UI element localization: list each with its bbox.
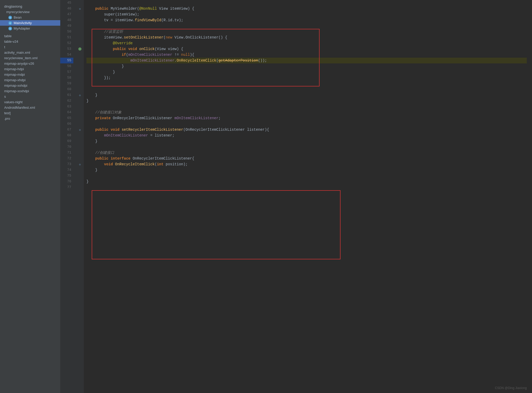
gutter-60 xyxy=(76,86,84,92)
sidebar-item-dingjiaxiong[interactable]: dingjiaxiong xyxy=(0,4,60,9)
watermark: CSDN @Ding Jiaxiong xyxy=(495,386,527,390)
code-area: 45 46 47 48 49 50 51 52 53 54 55 56 57 5… xyxy=(60,0,532,393)
gutter-75 xyxy=(76,173,84,179)
sidebar-label: test] xyxy=(4,111,11,115)
line-num-47: 47 xyxy=(60,12,73,17)
sidebar-label: mipmap-xxhdpi xyxy=(4,84,27,88)
sidebar-item-mipmap-anydpi[interactable]: mipmap-anydpi-v26 xyxy=(0,61,60,66)
sidebar-item-table-v24[interactable]: table-v24 xyxy=(0,39,60,44)
code-line-49 xyxy=(86,23,527,29)
code-line-53: public void onClick(View view) { xyxy=(86,46,527,52)
gutter-54 xyxy=(76,52,84,58)
sidebar-item-activity-main[interactable]: activity_main.xml xyxy=(0,50,60,55)
code-line-52: @Override xyxy=(86,40,527,46)
sidebar-item-manifest[interactable]: AndroidManifest.xml xyxy=(0,105,60,110)
line-num-49: 49 xyxy=(60,23,73,29)
code-line-72: public interface OnRecyclerItemClickList… xyxy=(86,156,527,161)
line-num-63: 63 xyxy=(60,104,73,110)
sidebar-item-myadapter[interactable]: c MyAdapter xyxy=(0,26,60,31)
sidebar-item-mipmap-mdpi[interactable]: mipmap-mdpi xyxy=(0,72,60,77)
sidebar-label: myrecyclerview xyxy=(6,10,30,14)
diamond-icon: ◇ xyxy=(79,163,81,166)
sidebar-label: mipmap-mdpi xyxy=(4,73,25,77)
sidebar-label: table-v24 xyxy=(4,40,18,43)
line-num-74: 74 xyxy=(60,167,73,173)
sidebar-item-mainactivity[interactable]: c MainActivity xyxy=(0,20,60,26)
gutter-53 xyxy=(76,46,84,52)
class-icon: c xyxy=(8,21,12,25)
code-line-68: mOnItemClickListener = listener; xyxy=(86,133,527,138)
sidebar-item-recyclerview-item[interactable]: recyclerview_item.xml xyxy=(0,55,60,61)
sidebar-label: Bean xyxy=(14,15,21,19)
gutter-58 xyxy=(76,75,84,81)
sidebar-item-test[interactable]: test] xyxy=(0,110,60,116)
line-num-46: 46 xyxy=(60,6,73,12)
class-icon: c xyxy=(8,27,12,30)
sidebar-item-s[interactable]: s xyxy=(0,94,60,99)
editor-main: 45 46 47 48 49 50 51 52 53 54 55 56 57 5… xyxy=(60,0,532,393)
line-num-66: 66 xyxy=(60,121,73,127)
gutter-61: ◇ xyxy=(76,92,84,98)
code-line-50: //设置监听 xyxy=(86,29,527,35)
gutter-65 xyxy=(76,115,84,121)
code-line-62: } xyxy=(86,98,527,104)
sidebar-item-pro[interactable]: .pro xyxy=(0,116,60,121)
code-line-70 xyxy=(86,144,527,150)
line-num-70: 70 xyxy=(60,144,73,150)
code-line-77 xyxy=(86,184,527,190)
sidebar-item-mipmap-xhdpi[interactable]: mipmap-xhdpi xyxy=(0,77,60,83)
line-num-56: 56 xyxy=(60,63,73,69)
sidebar-item-table[interactable]: table xyxy=(0,33,60,39)
line-num-55: 55 xyxy=(60,58,73,63)
sidebar-label: t xyxy=(4,45,5,49)
diamond-icon: ◇ xyxy=(79,94,81,97)
sidebar-item-mipmap-hdpi[interactable]: mipmap-hdpi xyxy=(0,66,60,72)
code-line-47: super(itemView); xyxy=(86,12,527,17)
code-line-64: //创建接口对象 xyxy=(86,110,527,115)
sidebar-item-bean[interactable]: c Bean xyxy=(0,15,60,20)
line-num-75: 75 xyxy=(60,173,73,179)
line-num-53: 53 xyxy=(60,46,73,52)
code-line-48: tv = itemView.findViewById(R.id.tv); xyxy=(86,17,527,23)
sidebar-label: s xyxy=(4,95,6,99)
code-line-67: public void setRecyclerItemClickListener… xyxy=(86,127,527,133)
diamond-icon: ◇ xyxy=(79,7,81,10)
gutter-48 xyxy=(76,17,84,23)
code-line-66 xyxy=(86,121,527,127)
sidebar-item-myrecyclerview[interactable]: myrecyclerview xyxy=(0,9,60,15)
line-num-71: 71 xyxy=(60,150,73,156)
gutter-72 xyxy=(76,156,84,161)
gutter-62 xyxy=(76,98,84,104)
sidebar-label: .pro xyxy=(4,117,10,121)
line-num-64: 64 xyxy=(60,110,73,115)
code-content[interactable]: public MyViewHolder(@NonNull View itemVi… xyxy=(84,0,532,393)
line-num-69: 69 xyxy=(60,138,73,144)
gutter-66 xyxy=(76,121,84,127)
sidebar-label: dingjiaxiong xyxy=(4,4,22,8)
sidebar-item-mipmap-xxxhdpi[interactable]: mipmap-xxxhdpi xyxy=(0,88,60,94)
sidebar-label: mipmap-xhdpi xyxy=(4,78,26,82)
gutter-59 xyxy=(76,81,84,86)
gutter-74 xyxy=(76,167,84,173)
code-line-57: } xyxy=(86,69,527,75)
red-box-2 xyxy=(92,190,341,259)
gutter-51 xyxy=(76,35,84,40)
line-numbers: 45 46 47 48 49 50 51 52 53 54 55 56 57 5… xyxy=(60,0,76,393)
sidebar-label: values-night xyxy=(4,100,23,104)
line-num-72: 72 xyxy=(60,156,73,161)
code-line-75 xyxy=(86,173,527,179)
code-line-74: } xyxy=(86,167,527,173)
gutter-56 xyxy=(76,63,84,69)
code-line-56: } xyxy=(86,63,527,69)
gutter-76 xyxy=(76,179,84,184)
sidebar-item-mipmap-xxhdpi[interactable]: mipmap-xxhdpi xyxy=(0,83,60,88)
code-line-60 xyxy=(86,86,527,92)
code-line-65: private OnRecyclerItemClickListener mOnI… xyxy=(86,115,527,121)
line-num-45: 45 xyxy=(60,0,73,6)
sidebar-item-t[interactable]: t xyxy=(0,44,60,50)
code-line-58: }); xyxy=(86,75,527,81)
sidebar-item-values-night[interactable]: values-night xyxy=(0,99,60,105)
gutter-64 xyxy=(76,110,84,115)
gutter-46: ◇ xyxy=(76,6,84,12)
line-num-67: 67 xyxy=(60,127,73,133)
